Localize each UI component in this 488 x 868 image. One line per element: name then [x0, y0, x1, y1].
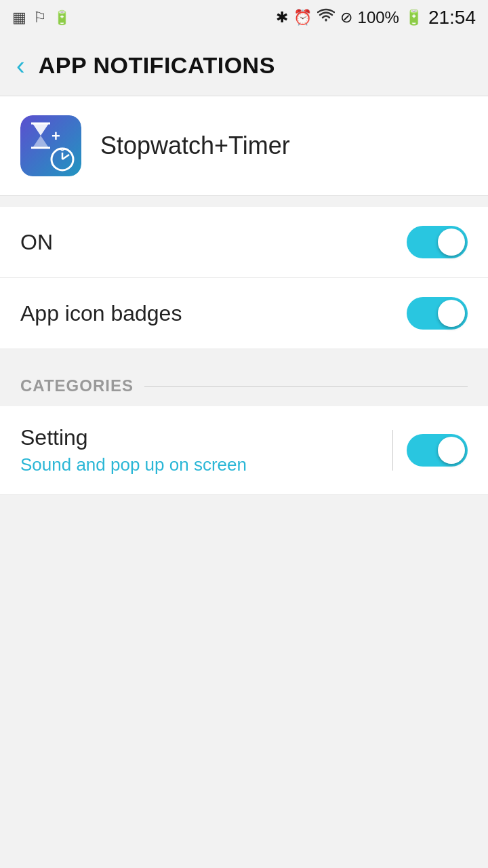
bluetooth-icon: ✱ — [276, 9, 288, 26]
badges-toggle-thumb — [438, 300, 465, 327]
status-bar-right: ✱ ⏰ ⊘ 100% 🔋 21:54 — [276, 7, 476, 28]
on-setting-row: ON — [0, 207, 488, 278]
badges-label: App icon badges — [20, 301, 182, 326]
categories-section: CATEGORIES Setting Sound and pop up on s… — [0, 360, 488, 495]
app-icon: + — [20, 115, 81, 176]
status-bar: ▦ ⚐ 🔋 ✱ ⏰ ⊘ 100% 🔋 21:54 — [0, 0, 488, 35]
categories-header: CATEGORIES — [0, 360, 488, 406]
setting-toggle[interactable] — [407, 434, 468, 467]
battery-charge-icon: 🔋 — [54, 9, 70, 26]
app-name: Stopwatch+Timer — [100, 132, 290, 160]
on-toggle-thumb — [438, 229, 465, 256]
setting-toggle-thumb — [438, 437, 465, 464]
battery-percent: 100% — [358, 8, 399, 27]
usb-icon: ⚐ — [33, 9, 47, 26]
setting-content: Setting Sound and pop up on screen — [20, 425, 247, 475]
time: 21:54 — [428, 7, 476, 28]
badges-setting-row: App icon badges — [0, 278, 488, 349]
setting-label: Setting — [20, 425, 247, 450]
badges-toggle[interactable] — [407, 297, 468, 330]
page-title: APP NOTIFICATIONS — [39, 52, 275, 79]
setting-sublabel: Sound and pop up on screen — [20, 454, 247, 475]
categories-divider — [144, 386, 468, 387]
wifi-icon — [317, 8, 335, 27]
setting-row: Setting Sound and pop up on screen — [0, 406, 488, 495]
alarm-icon: ⏰ — [293, 9, 312, 26]
battery-icon: 🔋 — [405, 9, 423, 26]
back-button[interactable]: ‹ — [16, 53, 25, 79]
header: ‹ APP NOTIFICATIONS — [0, 35, 488, 96]
app-info-row: + Stopwatch+Timer — [0, 96, 488, 196]
svg-text:+: + — [52, 127, 60, 144]
settings-list: ON App icon badges — [0, 207, 488, 349]
dnd-icon: ⊘ — [340, 9, 352, 26]
on-label: ON — [20, 230, 53, 255]
status-bar-left: ▦ ⚐ 🔋 — [12, 9, 70, 26]
vertical-divider — [392, 430, 393, 471]
on-toggle[interactable] — [407, 226, 468, 258]
svg-rect-0 — [20, 115, 81, 176]
categories-label: CATEGORIES — [20, 376, 134, 395]
sim-icon: ▦ — [12, 9, 26, 26]
